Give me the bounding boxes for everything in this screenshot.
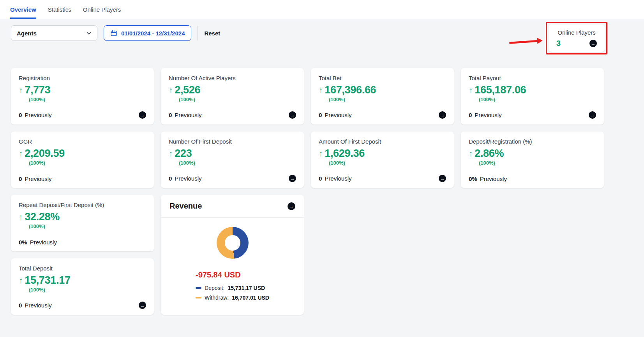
stat-card-value: ↑2,526 [169,85,296,95]
up-arrow-icon: ↑ [469,86,473,94]
tab-statistics[interactable]: Statistics [48,0,71,19]
stat-card-title: Number Of Active Players [169,75,296,81]
tab-bar: OverviewStatisticsOnline Players [0,0,644,19]
stat-card-total-bet: Total Bet↑167,396.66(100%)0Previously→ [311,68,454,125]
up-arrow-icon: ↑ [19,213,23,221]
go-arrow-icon[interactable]: → [139,111,146,119]
stat-card-ggr: GGR↑2,209.59(100%)0Previously [11,132,154,188]
stat-card-title: Total Payout [469,75,596,81]
stat-card-value: ↑7,773 [19,85,146,95]
up-arrow-icon: ↑ [19,149,23,158]
stat-card-previous: 0Previously [19,302,52,309]
stat-card-title: Number Of First Deposit [169,138,296,145]
stat-card-value: ↑1,629.36 [319,148,446,159]
tab-online-players[interactable]: Online Players [83,0,121,19]
go-arrow-icon[interactable]: → [139,302,146,309]
stat-card-previous: 0Previously [319,112,352,118]
up-arrow-icon: ↑ [169,86,173,94]
stat-card-title: Total Bet [319,75,446,81]
stat-card-previous: 0Previously [19,176,52,182]
stat-card-title: Repeat Deposit/First Deposit (%) [19,202,146,208]
up-arrow-icon: ↑ [469,149,473,158]
up-arrow-icon: ↑ [169,149,173,158]
up-arrow-icon: ↑ [319,86,323,94]
stat-card-title: Amount Of First Deposit [319,138,446,145]
stat-card-value: ↑165,187.06 [469,85,596,95]
go-arrow-icon[interactable]: → [289,175,296,182]
up-arrow-icon: ↑ [319,149,323,158]
online-players-card[interactable]: Online Players 3 → [549,25,605,52]
stat-card-percent: (100%) [29,97,146,102]
dashboard-page: { "tabs": [ {"label": "Overview", "activ… [0,0,644,337]
stat-card-value: ↑32.28% [19,212,146,222]
go-arrow-icon[interactable]: → [439,111,446,119]
stat-card-number-of-active-players: Number Of Active Players↑2,526(100%)0Pre… [161,68,304,125]
stat-card-previous: 0Previously [19,112,52,118]
stat-card-value: ↑15,731.17 [19,275,146,286]
up-arrow-icon: ↑ [19,276,23,284]
date-range-value: 01/01/2024 - 12/31/2024 [121,30,185,37]
tab-overview[interactable]: Overview [10,0,36,19]
reset-button[interactable]: Reset [204,30,220,37]
up-arrow-icon: ↑ [19,86,23,94]
legend-item-deposit: Deposit:15,731.17 USD [196,285,269,291]
stat-card-total-payout: Total Payout↑165,187.06(100%)0Previously… [461,68,604,125]
stat-card-previous: 0Previously [169,175,202,182]
revenue-total: -975.84 USD [196,270,241,279]
agents-dropdown-label: Agents [17,30,37,37]
legend-item-withdraw: Withdraw:16,707.01 USD [196,295,269,301]
stat-card-percent: (100%) [179,97,296,102]
stat-card-value: ↑2,209.59 [19,148,146,159]
online-players-value: 3 [556,39,561,48]
go-arrow-icon[interactable]: → [288,202,295,210]
legend-value: 15,731.17 USD [228,285,265,291]
stat-card-percent: (100%) [29,223,146,229]
stat-card-percent: (100%) [179,160,296,166]
calendar-icon [110,30,117,37]
stat-card-previous: 0Previously [319,175,352,182]
annotation-rectangle: Online Players 3 → [546,22,607,54]
agents-dropdown[interactable]: Agents [11,25,97,41]
stat-card-percent: (100%) [479,97,596,102]
annotation-arrow-line [509,40,537,44]
stat-card-percent: (100%) [29,287,146,293]
stat-card-value: ↑167,396.66 [319,85,446,95]
go-arrow-icon[interactable]: → [289,111,296,119]
stat-card-previous: 0%Previously [19,239,57,246]
revenue-title: Revenue [169,202,202,211]
stat-card-value: ↑2.86% [469,148,596,159]
stat-card-deposit-registration: Deposit/Registration (%)↑2.86%(100%)0%Pr… [461,132,604,188]
annotation-arrow-head [537,37,543,44]
stat-card-repeat-deposit-first-deposit: Repeat Deposit/First Deposit (%)↑32.28%(… [11,195,154,251]
stat-card-percent: (100%) [479,160,596,166]
legend-value: 16,707.01 USD [232,295,269,301]
stat-card-title: GGR [19,138,146,145]
go-arrow-icon[interactable]: → [439,175,446,182]
stat-card-previous: 0%Previously [469,176,507,182]
stat-card-amount-of-first-deposit: Amount Of First Deposit↑1,629.36(100%)0P… [311,132,454,188]
stat-card-value: ↑223 [169,148,296,159]
stat-card-percent: (100%) [329,97,446,102]
go-arrow-icon[interactable]: → [589,40,597,47]
go-arrow-icon[interactable]: → [589,111,596,119]
stat-card-registration: Registration↑7,773(100%)0Previously→ [11,68,154,125]
revenue-card: Revenue → -975.84 USD Deposit:15,731.17 … [161,195,304,315]
legend-label: Withdraw: [205,295,229,301]
revenue-donut-chart [217,227,249,259]
stat-card-title: Registration [19,75,146,81]
date-range-picker[interactable]: 01/01/2024 - 12/31/2024 [104,25,191,41]
legend-color-swatch [196,287,201,289]
stats-grid: Revenue → -975.84 USD Deposit:15,731.17 … [11,68,604,315]
stat-card-number-of-first-deposit: Number Of First Deposit↑223(100%)0Previo… [161,132,304,188]
legend-label: Deposit: [205,285,224,291]
filter-divider [198,26,198,40]
stat-card-total-deposit: Total Deposit↑15,731.17(100%)0Previously… [11,258,154,315]
stat-card-previous: 0Previously [169,112,202,118]
revenue-legend: Deposit:15,731.17 USDWithdraw:16,707.01 … [196,285,269,301]
stat-card-percent: (100%) [29,160,146,166]
online-players-title: Online Players [554,29,599,36]
stat-card-previous: 0Previously [469,112,502,118]
stat-card-title: Total Deposit [19,265,146,272]
chevron-down-icon [86,30,92,36]
stat-card-title: Deposit/Registration (%) [469,138,596,145]
